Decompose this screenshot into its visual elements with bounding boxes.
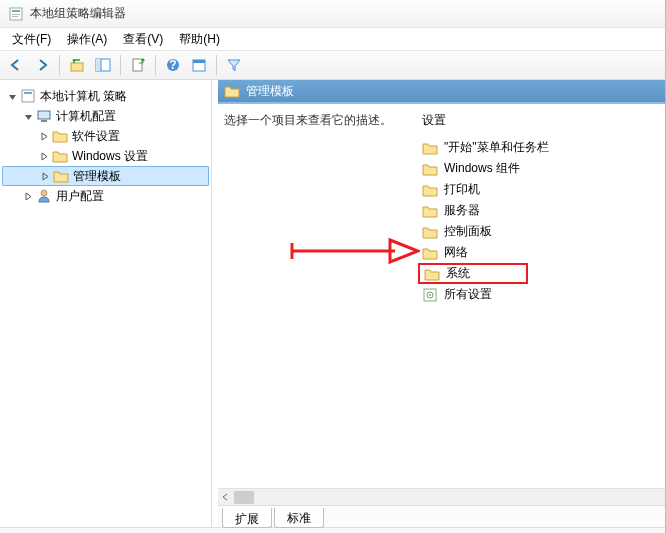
list-item-label: 所有设置: [444, 286, 492, 303]
svg-rect-15: [38, 111, 50, 119]
svg-rect-12: [193, 60, 205, 63]
collapse-icon[interactable]: [6, 90, 18, 102]
list-item-label: 控制面板: [444, 223, 492, 240]
folder-icon: [422, 182, 438, 198]
status-bar: [0, 527, 665, 533]
toolbar-separator: [155, 55, 156, 75]
list-item-label: "开始"菜单和任务栏: [444, 139, 549, 156]
properties-button[interactable]: [187, 53, 211, 77]
expand-icon[interactable]: [39, 170, 51, 182]
tab-extended[interactable]: 扩展: [222, 508, 272, 528]
content-body: 选择一个项目来查看它的描述。 设置 "开始"菜单和任务栏 Windows 组件 …: [218, 104, 665, 505]
folder-icon: [224, 84, 240, 98]
tree-user-config[interactable]: 用户配置: [2, 186, 209, 206]
user-icon: [36, 188, 52, 204]
tree-label: 管理模板: [73, 168, 121, 185]
settings-collection-icon: [422, 287, 438, 303]
menu-file[interactable]: 文件(F): [4, 29, 59, 50]
computer-icon: [36, 108, 52, 124]
folder-icon: [422, 140, 438, 156]
folder-icon: [424, 266, 440, 282]
description-text: 选择一个项目来查看它的描述。: [224, 112, 404, 129]
window-title: 本地组策略编辑器: [30, 5, 126, 22]
content-header: 管理模板: [218, 80, 665, 104]
svg-point-17: [41, 190, 47, 196]
tree-software-settings[interactable]: 软件设置: [2, 126, 209, 146]
folder-icon: [422, 224, 438, 240]
menu-help[interactable]: 帮助(H): [171, 29, 228, 50]
tree-label: 软件设置: [72, 128, 120, 145]
up-button[interactable]: [65, 53, 89, 77]
export-list-button[interactable]: [126, 53, 150, 77]
folder-icon: [52, 148, 68, 164]
back-button[interactable]: [4, 53, 28, 77]
expand-icon[interactable]: [22, 190, 34, 202]
svg-rect-1: [12, 10, 20, 12]
folder-icon: [422, 161, 438, 177]
toolbar-separator: [120, 55, 121, 75]
list-item-network[interactable]: 网络: [418, 242, 659, 263]
list-item-control-panel[interactable]: 控制面板: [418, 221, 659, 242]
tree-windows-settings[interactable]: Windows 设置: [2, 146, 209, 166]
collapse-icon[interactable]: [22, 110, 34, 122]
window-title-bar: 本地组策略编辑器: [0, 0, 665, 28]
tree-root[interactable]: 本地计算机 策略: [2, 86, 209, 106]
filter-button[interactable]: [222, 53, 246, 77]
tree-computer-config[interactable]: 计算机配置: [2, 106, 209, 126]
horizontal-scrollbar[interactable]: [218, 488, 665, 505]
svg-rect-14: [24, 92, 32, 94]
list-item-label: Windows 组件: [444, 160, 520, 177]
list-item-label: 网络: [444, 244, 468, 261]
toolbar-separator: [59, 55, 60, 75]
list-item-label: 服务器: [444, 202, 480, 219]
svg-text:?: ?: [169, 58, 176, 72]
folder-icon: [52, 128, 68, 144]
scroll-left-icon[interactable]: [220, 492, 230, 502]
folder-icon: [422, 203, 438, 219]
svg-point-20: [429, 294, 431, 296]
annotation-arrow: [290, 236, 420, 266]
column-header-settings[interactable]: 设置: [418, 110, 659, 131]
menu-action[interactable]: 操作(A): [59, 29, 115, 50]
right-pane: 管理模板 选择一个项目来查看它的描述。 设置 "开始"菜单和任务栏 Window…: [212, 80, 665, 527]
menu-bar: 文件(F) 操作(A) 查看(V) 帮助(H): [0, 28, 665, 50]
list-item-system[interactable]: 系统: [418, 263, 528, 284]
content-header-title: 管理模板: [246, 83, 294, 100]
list-item-label: 打印机: [444, 181, 480, 198]
scrollbar-thumb[interactable]: [234, 491, 254, 504]
tree-label: 计算机配置: [56, 108, 116, 125]
forward-button[interactable]: [30, 53, 54, 77]
menu-view[interactable]: 查看(V): [115, 29, 171, 50]
list-item-all-settings[interactable]: 所有设置: [418, 284, 659, 305]
expand-icon[interactable]: [38, 130, 50, 142]
svg-rect-4: [71, 63, 83, 71]
main-area: 本地计算机 策略 计算机配置 软件设置 Windows 设置 管理模板 用户配置: [0, 80, 665, 527]
app-icon: [8, 6, 24, 22]
toolbar: ?: [0, 50, 665, 80]
tree-label: 用户配置: [56, 188, 104, 205]
svg-rect-13: [22, 90, 34, 102]
show-hide-tree-button[interactable]: [91, 53, 115, 77]
list-item-label: 系统: [446, 265, 470, 282]
svg-rect-2: [12, 14, 20, 15]
svg-rect-3: [12, 16, 18, 17]
bottom-tabs: 扩展 标准: [218, 505, 665, 527]
policy-icon: [20, 88, 36, 104]
folder-icon: [422, 245, 438, 261]
toolbar-separator: [216, 55, 217, 75]
settings-list: 设置 "开始"菜单和任务栏 Windows 组件 打印机 服务器: [418, 110, 659, 485]
tree-pane[interactable]: 本地计算机 策略 计算机配置 软件设置 Windows 设置 管理模板 用户配置: [0, 80, 212, 527]
help-button[interactable]: ?: [161, 53, 185, 77]
svg-rect-6: [96, 59, 101, 71]
list-item-servers[interactable]: 服务器: [418, 200, 659, 221]
tab-standard[interactable]: 标准: [274, 508, 324, 528]
list-item-start-menu[interactable]: "开始"菜单和任务栏: [418, 137, 659, 158]
folder-icon: [53, 168, 69, 184]
tree-label: Windows 设置: [72, 148, 148, 165]
list-item-printers[interactable]: 打印机: [418, 179, 659, 200]
tree-admin-templates[interactable]: 管理模板: [2, 166, 209, 186]
tree-label: 本地计算机 策略: [40, 88, 127, 105]
svg-rect-16: [41, 120, 47, 122]
expand-icon[interactable]: [38, 150, 50, 162]
list-item-windows-components[interactable]: Windows 组件: [418, 158, 659, 179]
